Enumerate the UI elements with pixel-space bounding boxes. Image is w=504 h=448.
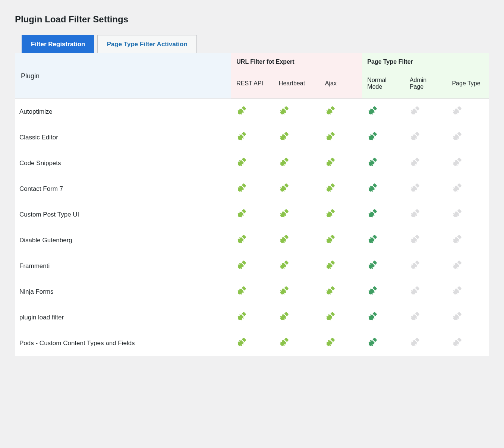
- filter-toggle[interactable]: [320, 253, 362, 279]
- plug-icon: [410, 285, 420, 296]
- col-normal-mode: Normal Mode: [362, 70, 404, 99]
- table-row: Disable Gutenberg: [15, 227, 489, 253]
- filter-toggle[interactable]: [231, 150, 274, 176]
- filter-toggle[interactable]: [362, 202, 404, 227]
- filter-toggle[interactable]: [274, 279, 320, 305]
- plug-icon: [452, 131, 462, 142]
- plug-icon: [236, 208, 247, 219]
- filter-toggle[interactable]: [404, 202, 447, 227]
- plug-icon: [410, 234, 420, 244]
- filter-toggle[interactable]: [362, 124, 404, 150]
- filter-toggle[interactable]: [404, 124, 447, 150]
- filter-toggle[interactable]: [274, 227, 320, 253]
- filter-toggle[interactable]: [231, 253, 274, 279]
- filter-toggle[interactable]: [362, 330, 404, 356]
- filter-toggle[interactable]: [404, 279, 447, 305]
- filter-toggle[interactable]: [231, 330, 274, 356]
- filter-toggle[interactable]: [274, 150, 320, 176]
- plug-icon: [236, 285, 247, 296]
- filter-toggle[interactable]: [231, 202, 274, 227]
- plug-icon: [452, 337, 462, 347]
- plug-icon: [410, 260, 420, 270]
- plug-icon: [367, 157, 378, 167]
- filter-toggle[interactable]: [404, 253, 447, 279]
- filter-toggle[interactable]: [447, 124, 489, 150]
- filter-toggle[interactable]: [231, 279, 274, 305]
- filter-toggle[interactable]: [231, 99, 274, 125]
- filter-toggle[interactable]: [404, 176, 447, 202]
- filter-toggle[interactable]: [274, 99, 320, 125]
- tab-page-type-activation[interactable]: Page Type Filter Activation: [97, 35, 196, 53]
- filter-toggle[interactable]: [447, 227, 489, 253]
- tab-label: Filter Registration: [31, 41, 85, 48]
- filter-toggle[interactable]: [447, 99, 489, 125]
- filter-toggle[interactable]: [447, 330, 489, 356]
- filter-toggle[interactable]: [404, 305, 447, 330]
- filter-toggle[interactable]: [404, 330, 447, 356]
- plugin-name: Autoptimize: [15, 99, 231, 125]
- tab-filter-registration[interactable]: Filter Registration: [22, 35, 94, 53]
- filter-toggle[interactable]: [274, 305, 320, 330]
- filter-toggle[interactable]: [320, 176, 362, 202]
- filter-toggle[interactable]: [320, 279, 362, 305]
- tabs: Filter Registration Page Type Filter Act…: [22, 35, 489, 53]
- plug-icon: [325, 234, 336, 244]
- filter-toggle[interactable]: [320, 330, 362, 356]
- plugin-name: plugin load filter: [15, 305, 231, 330]
- filter-toggle[interactable]: [274, 202, 320, 227]
- filter-toggle[interactable]: [447, 150, 489, 176]
- filter-toggle[interactable]: [274, 124, 320, 150]
- filter-toggle[interactable]: [447, 279, 489, 305]
- plug-icon: [452, 311, 462, 322]
- plug-icon: [367, 105, 378, 116]
- plug-icon: [325, 208, 336, 219]
- filter-toggle[interactable]: [320, 305, 362, 330]
- filter-toggle[interactable]: [447, 202, 489, 227]
- filter-toggle[interactable]: [362, 305, 404, 330]
- col-admin-page: Admin Page: [404, 70, 447, 99]
- plug-icon: [410, 105, 420, 116]
- table-row: Custom Post Type UI: [15, 202, 489, 227]
- plug-icon: [367, 260, 378, 270]
- filter-toggle[interactable]: [404, 227, 447, 253]
- plug-icon: [279, 105, 289, 116]
- plug-icon: [367, 285, 378, 296]
- filter-toggle[interactable]: [362, 227, 404, 253]
- filter-toggle[interactable]: [362, 253, 404, 279]
- filter-toggle[interactable]: [320, 99, 362, 125]
- filter-toggle[interactable]: [231, 305, 274, 330]
- filter-toggle[interactable]: [320, 227, 362, 253]
- filter-toggle[interactable]: [362, 279, 404, 305]
- filter-toggle[interactable]: [320, 202, 362, 227]
- filter-toggle[interactable]: [447, 305, 489, 330]
- filter-toggle[interactable]: [231, 227, 274, 253]
- filter-toggle[interactable]: [274, 330, 320, 356]
- plug-icon: [279, 311, 289, 322]
- filter-toggle[interactable]: [447, 176, 489, 202]
- plug-icon: [367, 208, 378, 219]
- plug-icon: [367, 234, 378, 244]
- filter-toggle[interactable]: [231, 124, 274, 150]
- plug-icon: [452, 260, 462, 270]
- filter-toggle[interactable]: [320, 124, 362, 150]
- filter-toggle[interactable]: [274, 176, 320, 202]
- filter-toggle[interactable]: [231, 176, 274, 202]
- filter-toggle[interactable]: [320, 150, 362, 176]
- filter-toggle[interactable]: [274, 253, 320, 279]
- plug-icon: [236, 337, 247, 347]
- plug-icon: [279, 285, 289, 296]
- filter-toggle[interactable]: [404, 150, 447, 176]
- filter-toggle[interactable]: [362, 176, 404, 202]
- filter-toggle[interactable]: [404, 99, 447, 125]
- table-row: Autoptimize: [15, 99, 489, 125]
- filter-toggle[interactable]: [362, 150, 404, 176]
- plug-icon: [410, 311, 420, 322]
- col-group-page-type: Page Type Filter: [362, 53, 489, 70]
- plug-icon: [236, 105, 247, 116]
- col-page-type: Page Type: [447, 70, 489, 99]
- filter-toggle[interactable]: [362, 99, 404, 125]
- plugin-name: Frammenti: [15, 253, 231, 279]
- plug-icon: [410, 183, 420, 193]
- filter-toggle[interactable]: [447, 253, 489, 279]
- plug-icon: [325, 337, 336, 347]
